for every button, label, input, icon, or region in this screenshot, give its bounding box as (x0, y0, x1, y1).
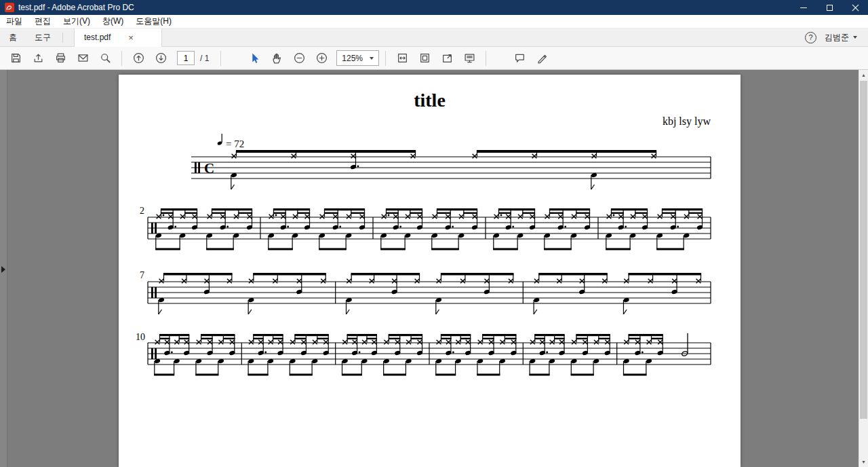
score-text: 10 (136, 332, 145, 342)
share-button[interactable] (28, 50, 48, 67)
staff-system-4: 10 (136, 332, 711, 376)
score-text: 7 (140, 270, 144, 280)
maximize-button[interactable] (816, 0, 842, 15)
staff-system-1: C= 72 (191, 134, 711, 189)
fill-sign-button[interactable] (532, 50, 552, 67)
chevron-down-icon (853, 36, 857, 39)
menu-bar: 파일 편집 보기(V) 창(W) 도움말(H) (0, 15, 868, 29)
expand-arrow-icon (1, 266, 5, 273)
close-button[interactable] (842, 0, 868, 15)
fit-width-button[interactable] (392, 50, 412, 67)
zoom-out-button[interactable] (289, 50, 309, 67)
scroll-up-button[interactable]: ▲ (859, 70, 868, 80)
hand-icon (271, 52, 283, 64)
menu-view[interactable]: 보기(V) (57, 15, 96, 28)
share-upload-icon (33, 52, 44, 64)
zoom-level-dropdown[interactable]: 125% (336, 50, 379, 66)
tab-home[interactable]: 홈 (0, 29, 26, 46)
menu-help[interactable]: 도움말(H) (130, 15, 178, 28)
fit-page-button[interactable] (414, 50, 435, 67)
scroll-down-button[interactable]: ▼ (859, 457, 868, 467)
page-down-icon (155, 52, 167, 64)
envelope-icon (77, 52, 89, 64)
minimize-button[interactable] (791, 0, 816, 15)
menu-edit[interactable]: 편집 (28, 15, 57, 28)
staff-system-3: 7 (140, 270, 711, 314)
user-name: 김범준 (825, 32, 849, 43)
help-icon[interactable]: ? (805, 32, 816, 43)
panel-expander-button[interactable] (1, 263, 7, 276)
score-text: C (204, 160, 214, 176)
sheet-music: C= 722710 (119, 75, 741, 467)
zoom-in-button[interactable] (311, 50, 332, 67)
open-in-window-button[interactable] (437, 50, 457, 67)
tab-tools[interactable]: 도구 (26, 29, 60, 46)
document-tab[interactable]: test.pdf × (74, 29, 162, 47)
staff-system-2: 2 (140, 206, 711, 250)
search-icon (100, 52, 111, 64)
comment-button[interactable] (509, 50, 530, 67)
select-tool-button[interactable] (244, 50, 264, 67)
zoom-out-icon (294, 52, 305, 64)
page-number-input[interactable] (177, 51, 195, 65)
tab-separator (62, 33, 63, 43)
hand-tool-button[interactable] (267, 50, 287, 67)
toolbar-divider (121, 51, 122, 66)
fit-page-icon (419, 52, 431, 64)
document-viewport: title kbj lsy lyw C= 722710 ▲ ▼ (0, 70, 868, 467)
toolbar-divider (486, 51, 486, 66)
main-toolbar: / 1 125% (0, 47, 868, 70)
window-arrow-icon (441, 52, 453, 64)
fit-width-icon (397, 52, 408, 64)
pdf-page: title kbj lsy lyw C= 722710 (119, 75, 741, 467)
email-button[interactable] (73, 50, 93, 67)
toolbar-divider (220, 51, 221, 66)
vertical-scrollbar[interactable]: ▲ ▼ (859, 70, 868, 467)
document-tab-label: test.pdf (84, 33, 111, 42)
tabbar-right-group: ? 김범준 (805, 32, 868, 43)
search-button[interactable] (95, 50, 115, 67)
presentation-screen-icon (464, 52, 475, 64)
previous-page-button[interactable] (128, 50, 149, 67)
window-titlebar: test.pdf - Adobe Acrobat Pro DC (0, 0, 868, 15)
reading-mode-button[interactable] (459, 50, 479, 67)
pen-icon (536, 52, 548, 64)
page-total-label: / 1 (200, 54, 209, 63)
menu-window[interactable]: 창(W) (96, 15, 130, 28)
chevron-down-icon (370, 57, 374, 60)
toolbar-divider (385, 51, 386, 66)
save-button[interactable] (5, 50, 26, 67)
next-page-button[interactable] (151, 50, 171, 67)
window-title: test.pdf - Adobe Acrobat Pro DC (18, 0, 134, 15)
zoom-level-value: 125% (342, 54, 363, 63)
close-icon (852, 4, 859, 12)
save-icon (10, 52, 22, 64)
tab-bar: 홈 도구 test.pdf × ? 김범준 (0, 29, 868, 47)
select-cursor-icon (249, 52, 260, 64)
acrobat-app-icon (5, 3, 14, 12)
score-text: 2 (140, 206, 144, 216)
minimize-icon (800, 7, 807, 8)
scrollbar-thumb[interactable] (860, 81, 867, 419)
comment-bubble-icon (514, 52, 526, 64)
user-menu[interactable]: 김범준 (825, 32, 857, 43)
menu-file[interactable]: 파일 (0, 15, 28, 28)
page-up-icon (133, 52, 144, 64)
maximize-icon (827, 5, 833, 11)
score-text: = 72 (226, 138, 244, 149)
tab-close-icon[interactable]: × (128, 33, 134, 42)
window-controls (791, 0, 868, 15)
printer-icon (55, 52, 66, 64)
zoom-in-icon (316, 52, 328, 64)
print-button[interactable] (50, 50, 71, 67)
